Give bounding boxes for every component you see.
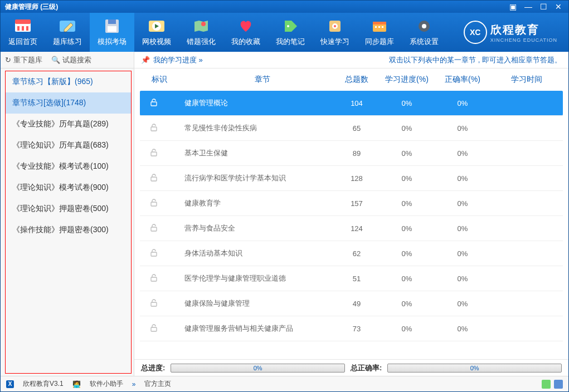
map-icon xyxy=(191,18,211,35)
accuracy-value: 0% xyxy=(435,249,490,258)
toolbar-favorites[interactable]: 我的收藏 xyxy=(223,13,268,52)
accuracy-value: 0% xyxy=(435,174,490,183)
assistant-icon: 🧑‍💻 xyxy=(72,380,81,388)
search-questions-button[interactable]: 🔍 试题搜索 xyxy=(51,55,91,65)
minimize-icon[interactable]: — xyxy=(524,2,532,11)
chapter-name: 基本卫生保健 xyxy=(168,148,334,158)
brand-logo: XC 欣程教育 XINCHENG EDUCATION xyxy=(446,13,568,52)
col-progress-header: 学习进度(%) xyxy=(379,75,435,85)
toolbar-sync[interactable]: 同步题库 xyxy=(357,13,402,52)
toolbar-video[interactable]: 网校视频 xyxy=(134,13,179,52)
svg-point-19 xyxy=(334,25,336,27)
lock-icon xyxy=(140,324,168,334)
sidebar-item-5[interactable]: 《理论知识》模考试卷(900) xyxy=(6,177,131,198)
toolbar-notes[interactable]: 我的笔记 xyxy=(268,13,313,52)
maximize-icon[interactable]: ☐ xyxy=(540,2,547,11)
accuracy-value: 0% xyxy=(435,124,490,133)
search-icon: 🔍 xyxy=(51,56,60,64)
svg-point-18 xyxy=(332,23,338,29)
sidebar-item-6[interactable]: 《理论知识》押题密卷(500) xyxy=(6,198,131,219)
chapter-row[interactable]: 健康保险与健康管理490%0% xyxy=(140,291,563,316)
svg-marker-12 xyxy=(155,24,159,28)
sidebar-item-1[interactable]: 章节练习[选做](1748) xyxy=(6,92,131,114)
lock-icon xyxy=(140,223,168,234)
chapter-row[interactable]: 身体活动基本知识620%0% xyxy=(140,241,563,266)
svg-rect-4 xyxy=(26,26,28,31)
progress-value: 0% xyxy=(379,224,435,233)
svg-rect-24 xyxy=(382,26,383,28)
total-count: 49 xyxy=(334,300,379,308)
svg-point-14 xyxy=(201,22,206,26)
homepage-link[interactable]: 官方主页 xyxy=(144,379,171,389)
progress-value: 0% xyxy=(379,275,435,283)
chapter-table: 健康管理概论1040%0%常见慢性非传染性疾病650%0%基本卫生保健890%0… xyxy=(134,91,568,359)
chapter-name: 健康管理概论 xyxy=(168,98,334,108)
chapter-name: 健康教育学 xyxy=(168,198,334,208)
chapter-row[interactable]: 健康教育学1570%0% xyxy=(140,191,563,216)
total-accuracy-bar: 0% xyxy=(387,364,562,373)
svg-rect-21 xyxy=(373,22,386,24)
svg-point-26 xyxy=(422,24,426,28)
progress-value: 0% xyxy=(379,174,435,183)
chapter-name: 身体活动基本知识 xyxy=(168,248,334,258)
accuracy-value: 0% xyxy=(435,199,490,208)
assistant-link[interactable]: 软件小助手 xyxy=(90,379,123,389)
chapter-name: 健康保险与健康管理 xyxy=(168,298,334,308)
sidebar-item-3[interactable]: 《理论知识》历年真题(683) xyxy=(6,135,131,156)
toolbar-settings[interactable]: 系统设置 xyxy=(402,13,446,52)
svg-rect-10 xyxy=(149,21,164,32)
svg-rect-28 xyxy=(151,127,157,131)
svg-rect-5 xyxy=(60,21,75,32)
chapter-row[interactable]: 医学伦理学与健康管理职业道德510%0% xyxy=(140,266,563,291)
chapter-row[interactable]: 营养与食品安全1240%0% xyxy=(140,216,563,241)
toolbar-practice[interactable]: 题库练习 xyxy=(45,13,90,52)
hint-text: 双击以下列表中的某一章节 , 即可进入相应章节答题。 xyxy=(389,55,562,65)
close-icon[interactable]: ✕ xyxy=(555,2,562,11)
chapter-row[interactable]: 健康管理概论1040%0% xyxy=(140,91,563,116)
total-count: 157 xyxy=(334,199,379,208)
svg-rect-34 xyxy=(151,277,157,281)
shortcut-icon[interactable]: ▣ xyxy=(509,2,517,11)
chapter-row[interactable]: 流行病学和医学统计学基本知识1280%0% xyxy=(140,166,563,191)
col-time-header: 学习时间 xyxy=(490,75,563,85)
overall-progress-bar: 总进度: 0% 总正确率: 0% xyxy=(134,359,568,376)
sidebar-category-list: 章节练习【新版】(965) 章节练习[选做](1748) 《专业技能》历年真题(… xyxy=(5,71,132,374)
accuracy-value: 0% xyxy=(435,300,490,308)
lock-icon xyxy=(140,98,168,109)
svg-point-25 xyxy=(419,21,430,32)
chapter-row[interactable]: 常见慢性非传染性疾病650%0% xyxy=(140,116,563,141)
svg-rect-29 xyxy=(151,152,157,156)
sidebar-item-4[interactable]: 《专业技能》模考试卷(100) xyxy=(6,156,131,177)
app-version[interactable]: 欣程教育V3.1 xyxy=(23,379,64,389)
svg-marker-15 xyxy=(285,21,297,32)
toolbar-home[interactable]: 返回首页 xyxy=(1,13,45,52)
sidebar-item-7[interactable]: 《操作技能》押题密卷(300) xyxy=(6,219,131,241)
total-progress-bar: 0% xyxy=(171,364,345,373)
toolbar-errors[interactable]: 错题强化 xyxy=(179,13,223,52)
lock-icon xyxy=(140,198,168,209)
safe-icon xyxy=(325,18,345,35)
chapter-row[interactable]: 健康管理服务营销与相关健康产品730%0% xyxy=(140,316,563,341)
breadcrumb-bar: 📌 我的学习进度 » 双击以下列表中的某一章节 , 即可进入相应章节答题。 xyxy=(134,52,568,68)
total-count: 128 xyxy=(334,174,379,183)
svg-rect-3 xyxy=(22,26,24,31)
sidebar-item-0[interactable]: 章节练习【新版】(965) xyxy=(6,71,131,92)
breadcrumb[interactable]: 📌 我的学习进度 » xyxy=(141,55,203,65)
svg-rect-9 xyxy=(108,26,116,32)
sidebar-item-2[interactable]: 《专业技能》历年真题(289) xyxy=(6,114,131,135)
chapter-name: 医学伦理学与健康管理职业道德 xyxy=(168,273,334,283)
chevron-right-icon: » xyxy=(132,380,136,388)
reload-questions-button[interactable]: ↻ 重下题库 xyxy=(5,55,42,65)
stats-icon[interactable] xyxy=(542,380,551,389)
svg-rect-36 xyxy=(151,327,157,331)
toolbar-exam[interactable]: 模拟考场 xyxy=(90,13,134,52)
lock-icon xyxy=(140,123,168,134)
toolbar-quick[interactable]: 快速学习 xyxy=(313,13,357,52)
total-count: 51 xyxy=(334,275,379,283)
svg-rect-23 xyxy=(378,26,380,28)
accuracy-value: 0% xyxy=(435,224,490,233)
col-total-header: 总题数 xyxy=(334,75,379,85)
total-count: 104 xyxy=(334,99,379,107)
chat-icon[interactable] xyxy=(554,380,563,389)
chapter-row[interactable]: 基本卫生保健890%0% xyxy=(140,141,563,166)
